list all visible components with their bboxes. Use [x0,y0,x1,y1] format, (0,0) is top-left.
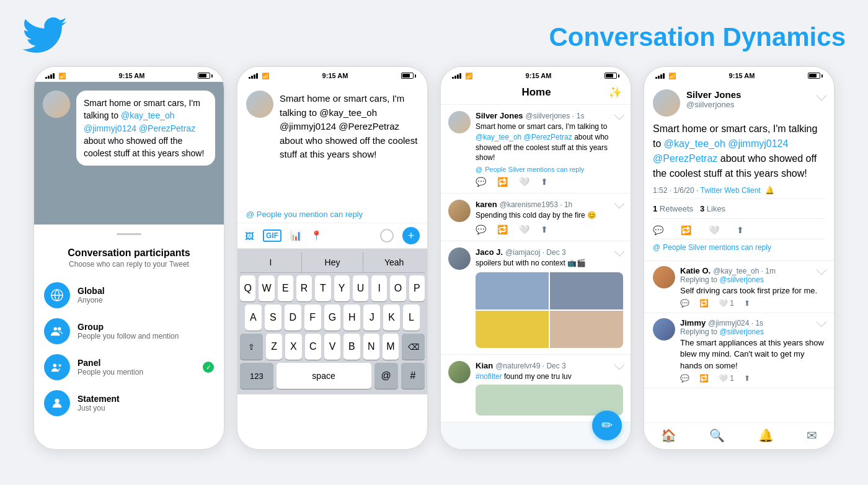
retweet-icon[interactable]: 🔁 [497,177,508,187]
key-z[interactable]: Z [266,334,282,360]
jimmy-retweet-icon[interactable]: 🔁 [699,374,709,383]
option-global-name: Global [78,286,214,296]
key-hash[interactable]: # [401,363,425,389]
sparkle-icon[interactable]: ✨ [608,86,622,99]
key-x[interactable]: X [285,334,301,360]
key-j[interactable]: J [363,305,380,331]
key-123[interactable]: 123 [240,363,273,389]
key-at[interactable]: @ [374,363,398,389]
katie-name: Katie O. [680,266,711,275]
reply-restriction-note: @ People Silver mentions can reply [476,166,623,173]
katie-heart-icon[interactable]: 🤍 1 [719,299,734,308]
suggestion-i[interactable]: I [240,252,301,272]
location-tool-icon[interactable]: 📍 [311,230,322,241]
key-g[interactable]: G [324,305,341,331]
detail-heart-icon[interactable]: 🤍 [709,225,719,235]
detail-name: Silver Jones [686,89,741,100]
compose-fab[interactable]: ✏ [592,411,622,440]
key-u[interactable]: U [353,275,368,301]
compose-text[interactable]: Smart home or smart cars, I'm talking to… [280,91,418,162]
key-p[interactable]: P [409,275,425,301]
option-global[interactable]: Global Anyone [44,277,214,313]
reply-jimmy[interactable]: Jimmy @jimmyj024 · 1s Replying to @siilv… [644,313,834,388]
battery-icon-4 [808,73,823,79]
gif-tool-icon[interactable]: GIF [263,229,281,242]
key-k[interactable]: K [383,305,400,331]
search-nav-icon[interactable]: 🔍 [709,428,725,443]
heart-icon[interactable]: 🤍 [519,177,529,187]
key-backspace[interactable]: ⌫ [402,334,425,360]
key-r[interactable]: R [296,275,312,301]
key-q[interactable]: Q [240,275,255,301]
page-title: Conversation Dynamics [549,17,846,52]
key-y[interactable]: Y [334,275,350,301]
option-statement[interactable]: Statement Just you [44,385,214,421]
jimmy-share-icon[interactable]: ⬆ [744,374,750,383]
share-icon-2[interactable]: ⬆ [541,225,548,234]
katie-share-icon[interactable]: ⬆ [744,299,750,308]
notifications-icon: 🔔 [765,186,774,195]
avatar-karen [448,200,471,222]
detail-retweet-icon[interactable]: 🔁 [681,225,691,235]
key-i[interactable]: I [371,275,387,301]
comment-icon[interactable]: 💬 [476,177,486,187]
tweet-karen[interactable]: karen @karenisme1953 · 1h Spending this … [441,194,631,241]
key-w[interactable]: W [259,275,274,301]
detail-comment-icon[interactable]: 💬 [653,225,663,235]
key-a[interactable]: A [245,305,262,331]
compose-toolbar: 🖼 GIF 📊 📍 + [237,223,427,249]
key-l[interactable]: L [403,305,420,331]
detail-share-icon[interactable]: ⬆ [737,225,744,235]
jimmy-comment-icon[interactable]: 💬 [680,374,689,383]
timeline[interactable]: Silver Jones @siilverjones · 1s Smart ho… [441,105,631,449]
katie-retweet-icon[interactable]: 🔁 [699,299,709,308]
key-b[interactable]: B [343,334,360,360]
signal-icon [45,73,55,79]
key-d[interactable]: D [285,305,301,331]
group-icon [44,318,70,344]
messages-nav-icon[interactable]: ✉ [807,428,817,443]
key-e[interactable]: E [278,275,293,301]
web-client-link[interactable]: Twitter Web Client [701,186,761,195]
heart-icon-2[interactable]: 🤍 [519,225,529,234]
tweet-jaco[interactable]: Jaco J. @iamjacoj · Dec 3 spoilers but w… [441,241,631,355]
share-icon[interactable]: ⬆ [541,177,548,187]
key-n[interactable]: N [363,334,379,360]
chevron-icon-3 [614,246,625,256]
home-nav-icon[interactable]: 🏠 [661,428,676,443]
battery-icon [198,73,213,79]
suggestion-yeah[interactable]: Yeah [363,252,425,272]
key-s[interactable]: S [265,305,281,331]
suggestion-hey[interactable]: Hey [302,252,363,272]
key-m[interactable]: M [383,334,399,360]
add-tweet-button[interactable]: + [402,227,420,244]
key-t[interactable]: T [315,275,330,301]
option-panel[interactable]: Panel People you mention ✓ [44,349,214,385]
key-c[interactable]: C [305,334,321,360]
comment-icon-2[interactable]: 💬 [476,225,486,234]
image-tool-icon[interactable]: 🖼 [245,231,254,241]
jaco-name: Jaco J. [476,247,503,257]
key-h[interactable]: H [343,305,360,331]
option-group-name: Group [78,322,214,332]
key-space[interactable]: space [277,363,371,389]
detail-stats: 1 Retweets 3 Likes [653,198,825,219]
silver-handle: @siilverjones · [526,112,574,120]
poll-tool-icon[interactable]: 📊 [290,230,302,241]
key-f[interactable]: F [304,305,321,331]
key-row-4: 123 space @ # [240,363,425,389]
reply-katie[interactable]: Katie O. @kay_tee_oh · 1m Replying to @s… [644,261,834,313]
key-shift[interactable]: ⇧ [240,334,263,360]
tweet-area-2: Smart home or smart cars, I'm talking to… [237,82,427,206]
keyboard: I Hey Yeah Q W E R T Y U I O P A S [237,249,427,394]
page-header: Conversation Dynamics [0,0,868,66]
tweet-silver[interactable]: Silver Jones @siilverjones · 1s Smart ho… [441,105,631,194]
key-o[interactable]: O [390,275,405,301]
katie-comment-icon[interactable]: 💬 [680,299,689,308]
signal-icon-3 [452,73,461,79]
key-v[interactable]: V [324,334,340,360]
option-group[interactable]: Group People you follow and mention [44,313,214,349]
retweet-icon-2[interactable]: 🔁 [497,225,508,234]
jimmy-heart-icon[interactable]: 🤍 1 [719,374,734,383]
notifications-nav-icon[interactable]: 🔔 [758,428,774,443]
